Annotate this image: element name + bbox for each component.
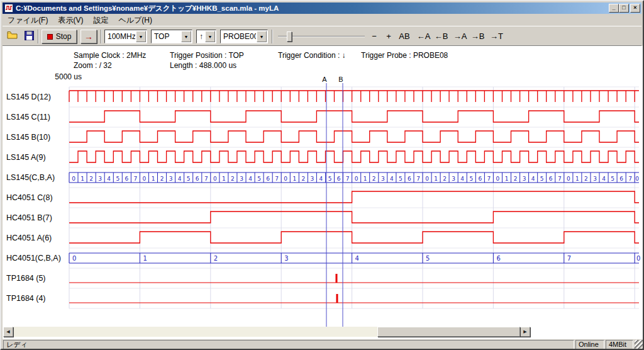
status-memory: 4MBit <box>606 340 633 349</box>
trigger-position-select[interactable]: TOP ▼ <box>151 30 192 43</box>
status-online: Online <box>575 340 604 349</box>
app-icon <box>4 4 13 13</box>
scroll-left-arrow[interactable]: ◀ <box>3 327 13 337</box>
waveform-area[interactable] <box>3 46 644 339</box>
channel-label: LS145 C(11) <box>6 112 50 122</box>
channel-label: LS145 B(10) <box>6 132 50 142</box>
floppy-icon <box>25 31 34 43</box>
menu-file[interactable]: ファイル(F) <box>3 14 53 26</box>
scrollbar-thumb[interactable] <box>377 327 520 337</box>
time-scale-label: 5000 us <box>45 72 82 81</box>
menu-settings[interactable]: 設定 <box>88 14 113 26</box>
goto-marker-a-left-button[interactable]: ←A <box>415 30 432 43</box>
run-button[interactable]: → <box>80 30 97 43</box>
goto-marker-b-left-button[interactable]: ←B <box>433 30 450 43</box>
app-window: C:¥Documents and Settings¥noname¥デスクトップ¥… <box>0 0 644 350</box>
channel-label: HC4051 B(7) <box>6 213 52 223</box>
menu-bar: ファイル(F) 表示(V) 設定 ヘルプ(H) <box>3 14 641 26</box>
status-bar: レディ Online 4MBit <box>3 339 644 350</box>
channel-label: LS145 D(12) <box>6 92 51 102</box>
channel-label: TP1684 (4) <box>6 293 46 303</box>
trigger-probe-info: Trigger Probe : PROBE08 <box>361 51 448 60</box>
goto-trigger-button[interactable]: →T <box>488 30 505 43</box>
toolbar-separator <box>272 30 273 43</box>
close-button[interactable]: × <box>630 4 640 13</box>
channel-label: HC4051(C,B,A) <box>6 253 61 263</box>
zoom-out-button[interactable]: − <box>368 30 380 43</box>
status-ready: レディ <box>3 340 574 349</box>
resize-grip-icon[interactable] <box>635 340 643 349</box>
menu-help[interactable]: ヘルプ(H) <box>113 14 157 26</box>
stop-button[interactable]: Stop <box>42 30 77 43</box>
channel-label: HC4051 A(6) <box>6 233 52 243</box>
goto-marker-b-right-button[interactable]: →B <box>469 30 486 43</box>
save-button[interactable] <box>21 30 36 43</box>
sample-clock-info: Sample Clock : 2MHz <box>74 51 146 60</box>
stop-icon <box>47 34 53 40</box>
maximize-button[interactable]: □ <box>619 4 629 13</box>
folder-open-icon <box>7 31 18 42</box>
goto-marker-a-right-button[interactable]: →A <box>452 30 469 43</box>
chevron-down-icon[interactable]: ▼ <box>257 31 267 42</box>
chevron-down-icon[interactable]: ▼ <box>181 31 191 42</box>
channel-label: LS145 A(9) <box>6 152 46 162</box>
scrollbar-track[interactable] <box>13 327 520 337</box>
menu-view[interactable]: 表示(V) <box>53 14 88 26</box>
trigger-probe-select[interactable]: PROBE00 ▼ <box>220 30 268 43</box>
trigger-position-info: Trigger Position : TOP <box>170 51 244 60</box>
horizontal-scrollbar[interactable]: ◀ ▶ <box>3 327 530 337</box>
slider-thumb[interactable] <box>287 31 292 42</box>
open-file-button[interactable] <box>5 30 20 43</box>
minimize-button[interactable]: _ <box>609 4 619 13</box>
scroll-right-arrow[interactable]: ▶ <box>520 327 530 337</box>
toolbar-separator <box>38 30 39 43</box>
channel-label: LS145(C,B,A) <box>6 172 55 183</box>
zoom-slider[interactable] <box>278 30 365 43</box>
length-info: Length : 488.000 us <box>170 61 236 70</box>
zoom-ab-button[interactable]: AB <box>396 30 413 43</box>
window-title: C:¥Documents and Settings¥noname¥デスクトップ¥… <box>16 4 604 13</box>
toolbar-separator <box>101 30 102 43</box>
channel-label: TP1684 (5) <box>6 273 46 283</box>
zoom-info: Zoom : / 32 <box>74 61 112 70</box>
zoom-in-button[interactable]: + <box>382 30 395 43</box>
trigger-condition-info: Trigger Condition : ↓ <box>278 51 346 60</box>
channel-label: HC4051 C(8) <box>6 193 53 203</box>
sample-clock-select[interactable]: 100MHz ▼ <box>104 30 147 43</box>
trigger-edge-select[interactable]: ↑ ▼ <box>196 30 216 43</box>
chevron-down-icon[interactable]: ▼ <box>205 31 215 42</box>
title-bar[interactable]: C:¥Documents and Settings¥noname¥デスクトップ¥… <box>3 3 641 14</box>
toolbar: Stop → 100MHz ▼ TOP ▼ ↑ ▼ PROBE00 ▼ − + … <box>3 26 641 46</box>
chevron-down-icon[interactable]: ▼ <box>136 31 146 42</box>
